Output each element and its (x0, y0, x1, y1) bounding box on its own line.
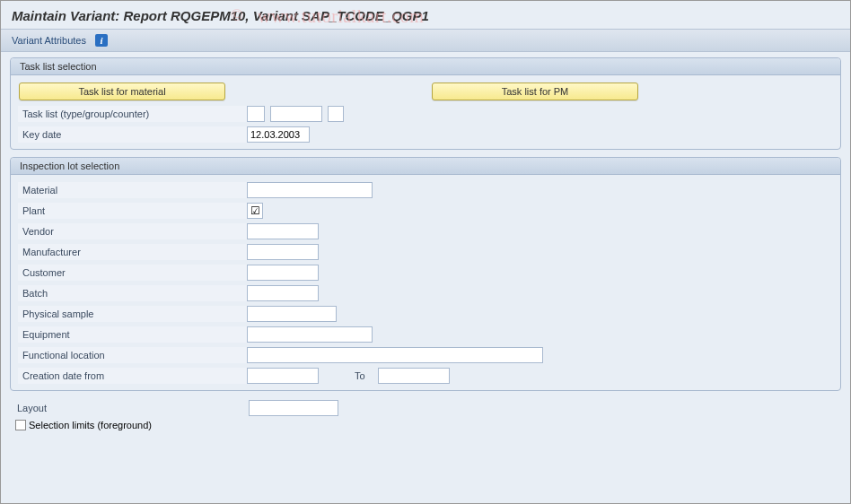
task-list-type-input[interactable] (247, 106, 265, 122)
group-inspection: Inspection lot selection Material Plant … (10, 157, 841, 391)
task-list-counter-checkbox[interactable] (328, 106, 344, 122)
manufacturer-input[interactable] (247, 244, 319, 260)
task-list-group-input[interactable] (270, 106, 322, 122)
creation-from-input[interactable] (247, 368, 319, 384)
manufacturer-label: Manufacturer (18, 244, 247, 260)
funcloc-input[interactable] (247, 347, 543, 363)
task-list-type-label: Task list (type/group/counter) (18, 106, 247, 122)
toolbar: Variant Attributes i (1, 29, 850, 52)
group-inspection-header: Inspection lot selection (11, 158, 840, 175)
batch-input[interactable] (247, 285, 319, 301)
variant-attributes-link[interactable]: Variant Attributes (12, 35, 86, 46)
content-area: Task list selection Task list for materi… (1, 52, 850, 441)
key-date-input[interactable] (247, 126, 310, 143)
layout-row: Layout (10, 398, 841, 418)
layout-label: Layout (17, 403, 249, 413)
task-list-pm-button[interactable]: Task list for PM (432, 83, 638, 100)
key-date-label: Key date (18, 126, 247, 143)
task-list-material-button[interactable]: Task list for material (19, 83, 225, 100)
material-input[interactable] (247, 182, 373, 198)
customer-label: Customer (18, 265, 247, 281)
equipment-label: Equipment (18, 326, 247, 343)
material-label: Material (18, 182, 247, 198)
sample-input[interactable] (247, 306, 337, 322)
group-task-list: Task list selection Task list for materi… (10, 57, 841, 150)
to-label: To (355, 370, 365, 381)
equipment-input[interactable] (247, 326, 373, 343)
selection-limits-checkbox[interactable] (15, 420, 26, 430)
batch-label: Batch (18, 285, 247, 301)
plant-label: Plant (18, 203, 247, 219)
funcloc-label: Functional location (18, 347, 247, 363)
layout-input[interactable] (249, 400, 338, 416)
selection-limits-label: Selection limits (foreground) (29, 420, 152, 430)
selection-limits-row: Selection limits (foreground) (10, 418, 841, 432)
customer-input[interactable] (247, 265, 319, 281)
vendor-label: Vendor (18, 223, 247, 239)
creation-date-label: Creation date from (18, 368, 247, 384)
vendor-input[interactable] (247, 223, 319, 239)
sample-label: Physical sample (18, 306, 247, 322)
plant-checkbox[interactable]: ☑ (247, 203, 263, 219)
info-icon[interactable]: i (95, 34, 108, 47)
page-title: Maintain Variant: Report RQGEPM10, Varia… (1, 1, 850, 29)
creation-to-input[interactable] (378, 368, 450, 384)
group-task-list-header: Task list selection (11, 58, 840, 75)
